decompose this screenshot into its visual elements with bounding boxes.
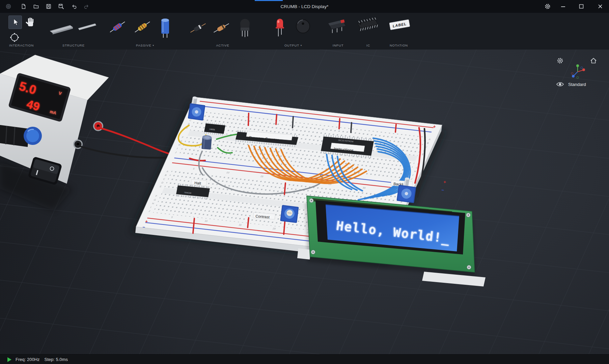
save-as-icon[interactable] — [57, 3, 65, 10]
accent-strip — [255, 0, 283, 1]
toolbar-label-input: INPUT — [324, 43, 352, 47]
tool-group-input: INPUT — [324, 13, 352, 50]
status-frequency: Freq: 200Hz — [16, 357, 40, 362]
select-cursor-tool[interactable] — [8, 16, 22, 29]
toolbar-label-notation: NOTATION — [385, 43, 413, 47]
tool-group-structure: STRUCTURE — [45, 13, 103, 50]
statusbar: Freq: 200Hz Step: 5.0ms — [0, 354, 609, 364]
home-view-icon[interactable] — [589, 57, 598, 65]
plus-mark: + — [443, 179, 447, 185]
viewport-settings-gear-icon[interactable] — [556, 57, 564, 65]
tool-group-ic: IC — [354, 13, 383, 50]
scene-3d-view[interactable]: 5.0 V 49 mA — [0, 50, 609, 354]
status-step: Step: 5.0ms — [45, 357, 68, 362]
pan-hand-tool[interactable] — [25, 16, 36, 29]
view-mode-label[interactable]: Standard — [568, 82, 586, 87]
tool-group-output: OUTPUT▾ — [270, 13, 316, 50]
titlebar[interactable]: CRUMB - LCD Display* — [0, 0, 609, 13]
active-component-icons[interactable] — [177, 13, 269, 40]
simulation-status: Freq: 200Hz Step: 5.0ms — [16, 357, 68, 362]
settings-gear-icon[interactable] — [543, 1, 553, 11]
toolbar-label-output: OUTPUT▾ — [270, 43, 316, 47]
output-dropdown-icon: ▾ — [301, 44, 302, 47]
ic-chip-icon[interactable] — [354, 13, 383, 40]
close-button[interactable] — [595, 1, 605, 11]
output-component-icons[interactable] — [270, 13, 316, 40]
capacitor[interactable] — [201, 135, 212, 150]
undo-icon[interactable] — [70, 3, 78, 10]
toolbar-label-interaction: INTERACTION — [0, 43, 43, 47]
toolbar-label-active: ACTIVE — [177, 43, 269, 47]
passive-dropdown-icon: ▾ — [153, 44, 154, 47]
toolbar-label-ic: IC — [354, 43, 383, 47]
psu-knob[interactable] — [0, 125, 42, 147]
tool-group-active: ACTIVE — [177, 13, 269, 50]
plus-mark: + — [433, 124, 436, 129]
save-icon[interactable] — [45, 3, 52, 10]
play-button[interactable] — [7, 357, 11, 362]
toolbar-label-passive: PASSIVE▾ — [110, 43, 180, 47]
maximize-button[interactable] — [576, 1, 586, 11]
crumb-app-window: CRUMB - LCD Display* I — [0, 0, 609, 364]
potentiometer-contrast[interactable] — [280, 205, 299, 223]
open-file-icon[interactable] — [32, 3, 40, 10]
viewport-3d[interactable]: 5.0 V 49 mA — [0, 50, 609, 354]
halt-label: Halt — [194, 181, 201, 185]
window-title: CRUMB - LCD Display* — [0, 0, 609, 13]
toolbar-label-structure: STRUCTURE — [45, 43, 103, 47]
view-mode-eye-icon[interactable] — [556, 81, 564, 88]
new-file-icon[interactable] — [20, 3, 27, 10]
structure-strip-icons[interactable] — [45, 13, 103, 40]
tool-group-notation: LABEL NOTATION — [385, 13, 413, 50]
axis-orientation-gizmo[interactable] — [570, 64, 586, 80]
label-tag-icon[interactable]: LABEL — [385, 13, 413, 40]
input-component-icon[interactable] — [324, 13, 352, 40]
psu-positive-jack[interactable] — [93, 121, 103, 131]
app-logo-icon — [5, 3, 12, 10]
lcd-foot-left — [297, 248, 311, 260]
tool-group-passive: PASSIVE▾ — [110, 13, 180, 50]
passive-component-icons[interactable] — [110, 13, 180, 40]
minimize-button[interactable] — [558, 1, 568, 11]
minus-mark: − — [441, 187, 445, 193]
power-supply[interactable]: 5.0 V 49 mA — [0, 55, 109, 185]
component-toolbar: INTERACTION STRUCTURE — [0, 13, 609, 50]
orbit-selection-tool[interactable] — [9, 32, 20, 42]
tool-group-interaction: INTERACTION — [0, 13, 43, 50]
redo-icon[interactable] — [83, 3, 90, 10]
psu-negative-jack[interactable] — [73, 140, 83, 149]
